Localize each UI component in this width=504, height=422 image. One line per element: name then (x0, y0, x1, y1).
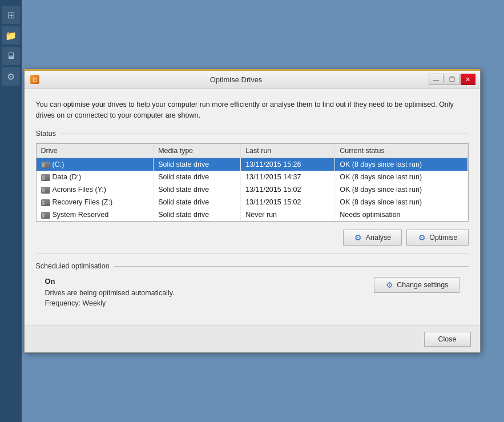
title-buttons: — ❐ ✕ (429, 74, 475, 85)
scheduled-header-text: Scheduled optimisation (36, 262, 110, 270)
status-section-header: Status (36, 130, 469, 138)
restore-button[interactable]: ❐ (445, 74, 459, 85)
drive-icon (41, 187, 50, 194)
sidebar-icon-1[interactable]: ⊞ (2, 6, 20, 24)
col-last-run: Last run (241, 144, 335, 158)
close-title-button[interactable]: ✕ (461, 74, 475, 85)
sidebar-icon-2[interactable]: 📁 (2, 26, 20, 45)
status-label: Status (36, 130, 56, 138)
change-settings-button[interactable]: ⚙ Change settings (374, 277, 459, 293)
cell-current-status: OK (8 days since last run) (335, 183, 467, 196)
drive-icon (41, 162, 50, 168)
scheduled-header: Scheduled optimisation (36, 262, 469, 270)
dialog-icon-img: ⊡ (30, 75, 39, 84)
table-header: Drive Media type Last run Current status (37, 144, 468, 158)
dialog-icon: ⊡ (29, 74, 41, 85)
analyse-icon: ⚙ (354, 233, 363, 242)
table-body: (C:)Solid state drive13/11/2015 15:26OK … (37, 158, 468, 222)
optimise-label: Optimise (429, 234, 457, 242)
cell-last-run: Never run (241, 208, 335, 221)
cell-last-run: 13/11/2015 15:02 (241, 196, 335, 208)
table-row[interactable]: Acronis Files (Y:)Solid state drive13/11… (37, 183, 468, 196)
cell-current-status: OK (8 days since last run) (335, 196, 467, 208)
col-drive: Drive (37, 144, 154, 158)
col-current-status: Current status (335, 144, 467, 158)
drives-table-container: Drive Media type Last run Current status… (36, 143, 469, 222)
analyse-button[interactable]: ⚙ Analyse (343, 230, 402, 246)
cell-drive: System Reserved (37, 208, 154, 221)
dialog-title: Optimise Drives (44, 75, 429, 84)
sidebar: ⊞ 📁 🖥 ⚙ (0, 0, 22, 422)
scheduled-section: Scheduled optimisation On Drives are bei… (36, 254, 469, 307)
table-row[interactable]: Data (D:)Solid state drive13/11/2015 14:… (37, 171, 468, 183)
cell-media-type: Solid state drive (154, 196, 241, 208)
optimise-drives-dialog: ⊡ Optimise Drives — ❐ ✕ You can optimise… (24, 69, 481, 353)
action-buttons: ⚙ Analyse ⚙ Optimise (36, 230, 469, 246)
drive-icon (41, 199, 50, 206)
table-row[interactable]: (C:)Solid state drive13/11/2015 15:26OK … (37, 158, 468, 171)
drive-icon (41, 174, 50, 181)
cell-drive: Data (D:) (37, 171, 154, 183)
cell-media-type: Solid state drive (154, 158, 241, 171)
cell-current-status: Needs optimisation (335, 208, 467, 221)
optimise-button[interactable]: ⚙ Optimise (406, 230, 468, 246)
cell-current-status: OK (8 days since last run) (335, 158, 467, 171)
table-row[interactable]: System ReservedSolid state driveNever ru… (37, 208, 468, 221)
change-settings-label: Change settings (397, 281, 448, 289)
scheduled-body: On Drives are being optimised automatica… (36, 277, 469, 307)
cell-media-type: Solid state drive (154, 208, 241, 221)
minimize-button[interactable]: — (429, 74, 443, 85)
table-header-row: Drive Media type Last run Current status (37, 144, 468, 158)
cell-current-status: OK (8 days since last run) (335, 171, 467, 183)
table-row[interactable]: Recovery Files (Z:)Solid state drive13/1… (37, 196, 468, 208)
cell-media-type: Solid state drive (154, 183, 241, 196)
dialog-content: You can optimise your drives to help you… (25, 89, 480, 326)
dialog-footer: Close (25, 325, 480, 352)
scheduled-description: Drives are being optimised automatically… (45, 289, 374, 297)
cell-drive: (C:) (37, 158, 154, 171)
cell-drive: Recovery Files (Z:) (37, 196, 154, 208)
optimise-icon: ⚙ (417, 233, 426, 242)
change-settings-icon: ⚙ (385, 280, 394, 290)
cell-media-type: Solid state drive (154, 171, 241, 183)
sidebar-icon-4[interactable]: ⚙ (2, 67, 20, 86)
analyse-label: Analyse (366, 234, 391, 242)
dialog-description: You can optimise your drives to help you… (36, 99, 469, 121)
scheduled-frequency: Frequency: Weekly (45, 299, 374, 307)
col-media-type: Media type (154, 144, 241, 158)
drives-table: Drive Media type Last run Current status… (37, 144, 468, 221)
cell-drive: Acronis Files (Y:) (37, 183, 154, 196)
cell-last-run: 13/11/2015 15:02 (241, 183, 335, 196)
title-bar: ⊡ Optimise Drives — ❐ ✕ (25, 71, 480, 89)
sidebar-icon-3[interactable]: 🖥 (2, 47, 20, 65)
drive-icon (41, 212, 50, 219)
cell-last-run: 13/11/2015 14:37 (241, 171, 335, 183)
close-button[interactable]: Close (424, 332, 471, 347)
scheduled-status: On (45, 277, 374, 286)
cell-last-run: 13/11/2015 15:26 (241, 158, 335, 171)
scheduled-info: On Drives are being optimised automatica… (45, 277, 374, 307)
